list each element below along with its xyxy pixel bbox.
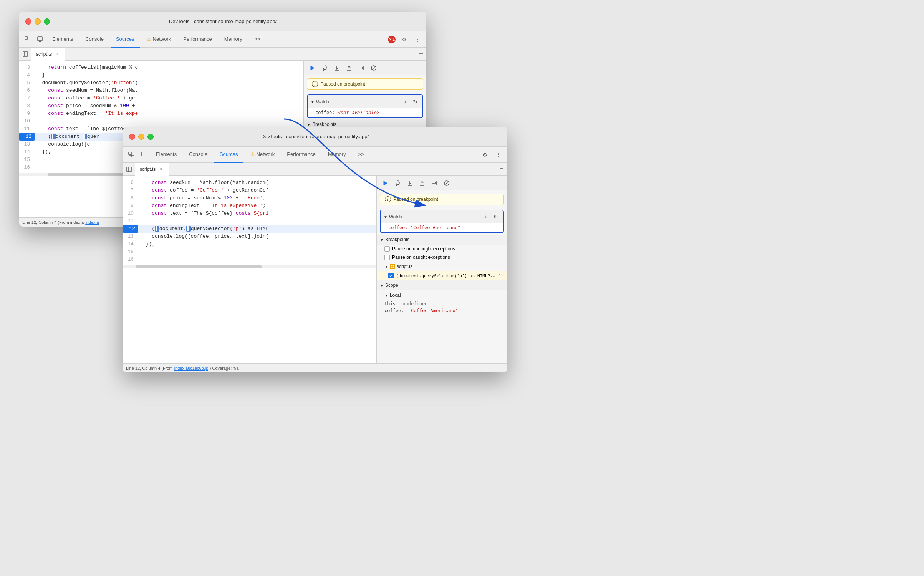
pause-caught-checkbox[interactable] — [384, 255, 390, 260]
devtools-body-2: 6 const seedNum = Math.floor(Math.random… — [123, 176, 507, 363]
step-into-btn-2[interactable] — [404, 178, 415, 189]
status-link-2[interactable]: index.a8c1ec6b.js — [174, 366, 208, 371]
code-line-2-6: 6 const seedNum = Math.floor(Math.random… — [123, 179, 376, 187]
minimize-button-1[interactable] — [35, 18, 41, 25]
close-button-2[interactable] — [129, 134, 135, 140]
status-link-1[interactable]: index.a — [85, 220, 99, 225]
resume-btn-1[interactable] — [307, 63, 318, 73]
local-header-2[interactable]: ▼ Local — [377, 290, 507, 300]
file-tab-name-1: script.ts — [36, 51, 52, 57]
window-title-1: DevTools - consistent-source-map-pc.netl… — [169, 18, 277, 24]
sidebar-toggle-2[interactable] — [123, 163, 135, 176]
script-ts-group[interactable]: ▼ JS script.ts — [377, 262, 507, 271]
tab-elements-2[interactable]: Elements — [151, 147, 182, 163]
scope-header-2[interactable]: ▼ Scope — [377, 280, 507, 290]
warning-icon-2: ⚠ — [250, 151, 255, 157]
pause-uncaught-label: Pause on uncaught exceptions — [392, 246, 455, 252]
code-line-2-11: 11 — [123, 217, 376, 225]
maximize-button-2[interactable] — [147, 134, 154, 140]
toolbar-1: Elements Console Sources ⚠ Network Perfo… — [19, 31, 426, 48]
tab-network-1[interactable]: ⚠ Network — [141, 31, 177, 48]
refresh-watch-btn-2[interactable]: ↻ — [492, 213, 500, 221]
inspect-icon[interactable] — [22, 34, 33, 45]
error-badge-1: ✕ 1 — [388, 36, 396, 43]
svg-rect-18 — [141, 152, 146, 156]
minimize-button-2[interactable] — [138, 134, 144, 140]
code-line-2-13: 13 console.log([coffee, price, text].joi… — [123, 233, 376, 240]
resume-btn-2[interactable] — [380, 178, 391, 189]
refresh-watch-btn-1[interactable]: ↻ — [411, 98, 419, 106]
step-out-btn-2[interactable] — [417, 178, 427, 189]
close-button-1[interactable] — [25, 18, 31, 25]
code-line-2-8: 8 const price = seedNum % 100 + ' Euro'; — [123, 194, 376, 202]
settings-icon-1[interactable]: ⚙ — [399, 34, 409, 45]
paused-banner-2: i Paused on breakpoint — [380, 194, 504, 205]
tab-more-1[interactable]: >> — [249, 31, 266, 48]
code-line-9: 9 const endingText = 'It is expe — [19, 110, 303, 118]
bp-line-checkbox[interactable] — [388, 273, 394, 278]
local-label-2: Local — [390, 293, 401, 298]
pause-uncaught-checkbox[interactable] — [384, 246, 390, 252]
status-text-1: Line 12, Column 4 (From index.a — [22, 220, 84, 225]
watch-actions-1: + ↻ — [401, 98, 419, 106]
step-over-btn-2[interactable] — [392, 178, 403, 189]
more-icon-2[interactable]: ⋮ — [493, 149, 504, 160]
watch-item-coffee-1: coffee: <not available> — [308, 108, 422, 117]
svg-rect-2 — [39, 41, 41, 42]
svg-rect-20 — [127, 167, 131, 172]
settings-icon-2[interactable]: ⚙ — [479, 149, 490, 160]
code-line-5: 5 document.querySelector('button') — [19, 79, 303, 87]
scope-this-2: this: undefined — [377, 300, 507, 307]
svg-rect-1 — [38, 37, 42, 41]
file-tab-close-1[interactable]: × — [54, 51, 60, 57]
file-tab-close-2[interactable]: × — [158, 166, 164, 172]
watch-actions-2: + ↻ — [482, 213, 500, 221]
tab-console-2[interactable]: Console — [184, 147, 213, 163]
more-icon-1[interactable]: ⋮ — [412, 34, 423, 45]
tab-memory-1[interactable]: Memory — [219, 31, 248, 48]
deactivate-btn-1[interactable] — [368, 63, 379, 73]
scrollbar-thumb-2[interactable] — [136, 265, 262, 268]
window-title-2: DevTools - consistent-source-map-pc.netl… — [261, 134, 369, 139]
tab-performance-1[interactable]: Performance — [178, 31, 217, 48]
breakpoints-header-2[interactable]: ▼ Breakpoints — [377, 235, 507, 245]
code-lines-2: 6 const seedNum = Math.floor(Math.random… — [123, 177, 376, 265]
expand-icon-1[interactable] — [416, 49, 426, 60]
step-into-btn-1[interactable] — [331, 63, 342, 73]
code-editor-2[interactable]: 6 const seedNum = Math.floor(Math.random… — [123, 176, 376, 363]
file-tab-script-1[interactable]: script.ts × — [31, 48, 65, 61]
file-tabs-1: script.ts × — [19, 48, 426, 61]
tab-console-1[interactable]: Console — [80, 31, 109, 48]
watch-header-1[interactable]: ▼ Watch + ↻ — [308, 95, 422, 108]
toolbar-2: Elements Console Sources ⚠ Network Perfo… — [123, 147, 507, 163]
continue-btn-1[interactable] — [356, 63, 367, 73]
maximize-button-1[interactable] — [44, 18, 50, 25]
code-line-2-9: 9 const endingText = 'It is expensive.'; — [123, 202, 376, 210]
tab-elements-1[interactable]: Elements — [47, 31, 78, 48]
tab-sources-2[interactable]: Sources — [214, 147, 243, 163]
horizontal-scrollbar-2[interactable] — [123, 265, 376, 268]
inspect-icon-2[interactable] — [126, 149, 137, 160]
deactivate-btn-2[interactable] — [441, 178, 452, 189]
scope-section-2: ▼ Scope ▼ Local this: undefined coffee: … — [377, 280, 507, 314]
tab-performance-2[interactable]: Performance — [282, 147, 321, 163]
tab-sources-1[interactable]: Sources — [111, 31, 140, 48]
tab-more-2[interactable]: >> — [353, 147, 369, 163]
add-watch-btn-1[interactable]: + — [401, 98, 409, 106]
expand-icon-2[interactable] — [496, 164, 507, 175]
watch-header-2[interactable]: ▼ Watch + ↻ — [381, 210, 503, 223]
watch-label-1: Watch — [316, 99, 329, 104]
code-line-6: 6 const seedNum = Math.floor(Mat — [19, 87, 303, 94]
step-out-btn-1[interactable] — [344, 63, 354, 73]
device-icon[interactable] — [35, 34, 45, 45]
sidebar-toggle-1[interactable] — [19, 48, 31, 61]
scope-coffee-2: coffee: "Coffee Americano" — [377, 307, 507, 314]
tab-memory-2[interactable]: Memory — [323, 147, 351, 163]
step-over-btn-1[interactable] — [319, 63, 330, 73]
file-tab-script-2[interactable]: script.ts × — [135, 163, 169, 176]
add-watch-btn-2[interactable]: + — [482, 213, 490, 221]
svg-rect-6 — [310, 66, 311, 70]
device-icon-2[interactable] — [138, 149, 149, 160]
continue-btn-2[interactable] — [429, 178, 440, 189]
tab-network-2[interactable]: ⚠ Network — [245, 147, 280, 163]
